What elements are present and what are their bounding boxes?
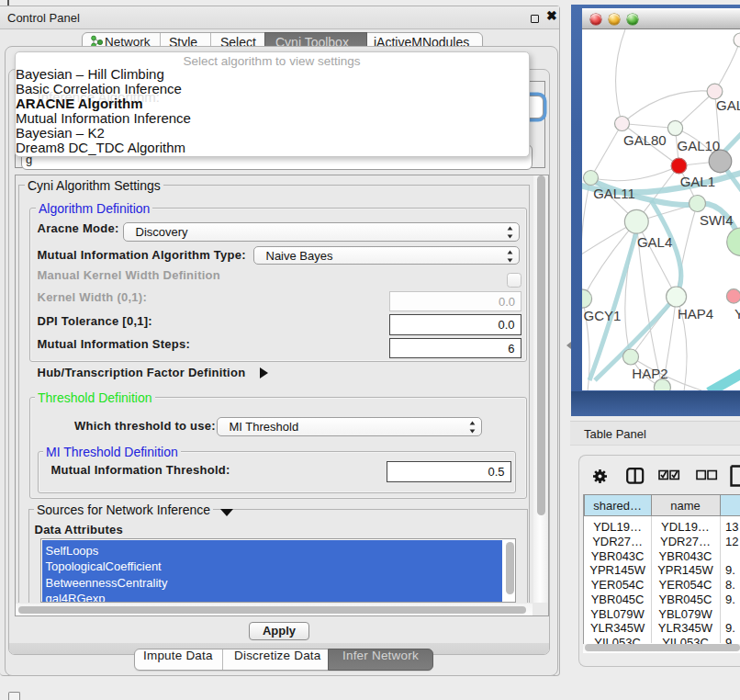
svg-text:Y: Y bbox=[734, 306, 740, 322]
svg-text:HAP2: HAP2 bbox=[632, 366, 667, 381]
svg-text:GCY1: GCY1 bbox=[583, 308, 621, 323]
svg-text:GAL11: GAL11 bbox=[593, 186, 635, 201]
svg-text:HAP4: HAP4 bbox=[677, 306, 712, 322]
svg-text:GAL80: GAL80 bbox=[623, 132, 667, 148]
svg-text:GAL1: GAL1 bbox=[679, 174, 714, 189]
svg-text:GAL4: GAL4 bbox=[636, 234, 671, 250]
svg-text:GAL10: GAL10 bbox=[677, 138, 720, 153]
svg-text:SWI4: SWI4 bbox=[699, 212, 733, 228]
svg-text:GAL: GAL bbox=[716, 97, 740, 113]
